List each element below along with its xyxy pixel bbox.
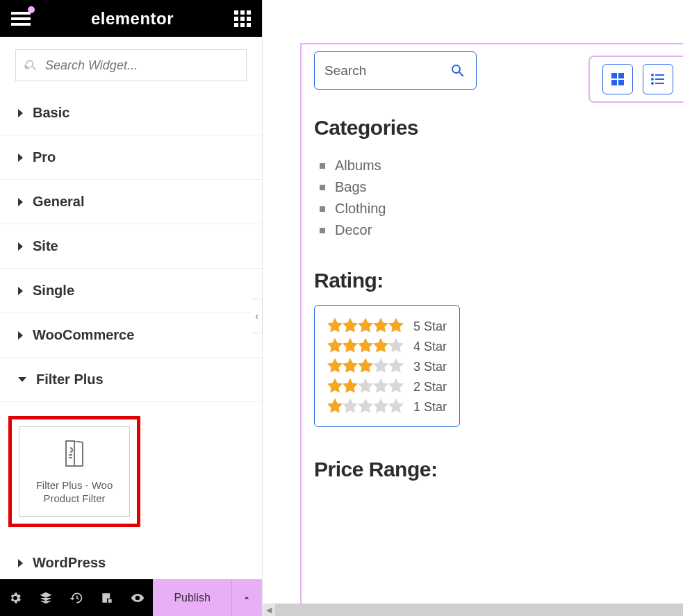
svg-point-4 <box>651 82 654 85</box>
list-icon <box>650 71 666 88</box>
stars-5 <box>327 317 404 335</box>
category-item[interactable]: Clothing <box>320 201 522 217</box>
editor-panel: elementor Basic Pro General Site Single … <box>0 0 263 616</box>
panel-collapse-handle[interactable]: ‹ <box>252 299 263 333</box>
preview-area: Search Categories Albums Bags Clothing D… <box>263 0 683 616</box>
settings-button[interactable] <box>0 579 31 616</box>
star-icon <box>388 338 404 353</box>
view-toggle-group <box>589 56 683 103</box>
category-item-label: Bags <box>335 179 367 195</box>
publish-button[interactable]: Publish <box>153 579 231 616</box>
list-view-button[interactable] <box>643 64 673 94</box>
filter-plus-widgets: Filter Plus - Woo Product Filter <box>0 402 262 541</box>
navigator-button[interactable] <box>31 579 61 616</box>
search-icon <box>450 63 466 79</box>
caret-right-icon <box>18 242 23 251</box>
eye-icon <box>131 591 145 605</box>
search-icon <box>24 58 38 72</box>
category-site[interactable]: Site <box>0 224 262 269</box>
star-icon <box>343 338 358 353</box>
category-basic[interactable]: Basic <box>0 91 262 135</box>
category-woocommerce[interactable]: WooCommerce <box>0 313 262 358</box>
publish-options-button[interactable] <box>231 579 262 616</box>
category-label: Basic <box>33 105 69 121</box>
caret-right-icon <box>18 109 23 117</box>
svg-point-2 <box>651 78 654 81</box>
rating-label: 3 Star <box>413 360 447 374</box>
star-icon <box>358 378 373 393</box>
category-wordpress[interactable]: WordPress <box>0 541 262 579</box>
stars-4 <box>327 338 404 356</box>
rating-option-4[interactable]: 4 Star <box>327 338 447 356</box>
preview-body: Search Categories Albums Bags Clothing D… <box>263 0 683 603</box>
star-icon <box>373 317 388 333</box>
caret-down-icon <box>18 377 26 382</box>
widget-filter-plus-woo[interactable]: Filter Plus - Woo Product Filter <box>19 426 130 517</box>
rating-heading: Rating: <box>314 269 522 292</box>
widget-search-box[interactable] <box>15 49 247 81</box>
category-label: WooCommerce <box>33 327 134 343</box>
rating-label: 2 Star <box>413 380 447 394</box>
grid-view-button[interactable] <box>602 64 633 94</box>
notification-dot-icon <box>28 6 35 13</box>
scroll-left-arrow-icon[interactable]: ◀ <box>263 603 275 616</box>
rating-filter-box: 5 Star 4 Star 3 Star <box>314 305 460 427</box>
category-filter-plus[interactable]: Filter Plus <box>0 358 262 402</box>
star-icon <box>388 358 404 373</box>
gear-icon <box>8 591 22 605</box>
responsive-icon <box>100 591 114 605</box>
caret-right-icon <box>18 153 23 162</box>
category-label: General <box>33 194 84 210</box>
menu-button[interactable] <box>11 12 31 26</box>
star-icon <box>358 338 373 353</box>
svg-rect-1 <box>655 74 664 76</box>
brand-logo: elementor <box>91 9 174 28</box>
star-icon <box>343 398 358 413</box>
rating-option-3[interactable]: 3 Star <box>327 358 447 376</box>
editor-footer: Publish <box>0 579 262 616</box>
rating-option-1[interactable]: 1 Star <box>327 398 447 416</box>
rating-option-5[interactable]: 5 Star <box>327 317 447 335</box>
star-icon <box>358 358 373 373</box>
star-icon <box>358 317 373 333</box>
svg-point-0 <box>651 74 654 76</box>
category-label: Pro <box>33 149 56 165</box>
category-item[interactable]: Albums <box>320 158 522 174</box>
star-icon <box>388 378 404 393</box>
star-icon <box>373 338 388 353</box>
category-item[interactable]: Decor <box>320 222 522 238</box>
svg-rect-3 <box>655 78 664 80</box>
stars-1 <box>327 398 404 416</box>
rating-label: 4 Star <box>413 340 447 354</box>
star-icon <box>373 398 388 413</box>
category-general[interactable]: General <box>0 180 262 224</box>
preview-button[interactable] <box>122 579 153 616</box>
history-button[interactable] <box>61 579 92 616</box>
menu-card-icon <box>60 438 88 472</box>
category-item-label: Clothing <box>335 201 386 217</box>
widget-search-input[interactable] <box>45 58 238 73</box>
star-icon <box>388 398 404 413</box>
chevron-up-icon <box>241 592 252 603</box>
horizontal-scrollbar[interactable]: ◀ <box>263 603 683 616</box>
category-label: Filter Plus <box>36 372 104 388</box>
filter-widget-preview: Search Categories Albums Bags Clothing D… <box>300 43 522 515</box>
filter-search-box[interactable]: Search <box>314 51 477 90</box>
rating-label: 1 Star <box>413 400 447 415</box>
widget-title: Filter Plus - Woo Product Filter <box>25 478 124 506</box>
layers-icon <box>39 591 53 605</box>
apps-grid-button[interactable] <box>234 10 251 27</box>
category-pro[interactable]: Pro <box>0 135 262 180</box>
category-item[interactable]: Bags <box>320 179 522 195</box>
caret-right-icon <box>18 198 23 206</box>
history-icon <box>69 591 83 605</box>
svg-rect-5 <box>655 83 664 84</box>
category-single[interactable]: Single <box>0 269 262 313</box>
rating-option-2[interactable]: 2 Star <box>327 378 447 396</box>
category-label: WordPress <box>33 555 106 571</box>
scroll-track[interactable] <box>275 603 683 616</box>
star-icon <box>388 317 404 333</box>
responsive-button[interactable] <box>92 579 122 616</box>
caret-right-icon <box>18 331 23 340</box>
grid-icon <box>609 71 626 88</box>
